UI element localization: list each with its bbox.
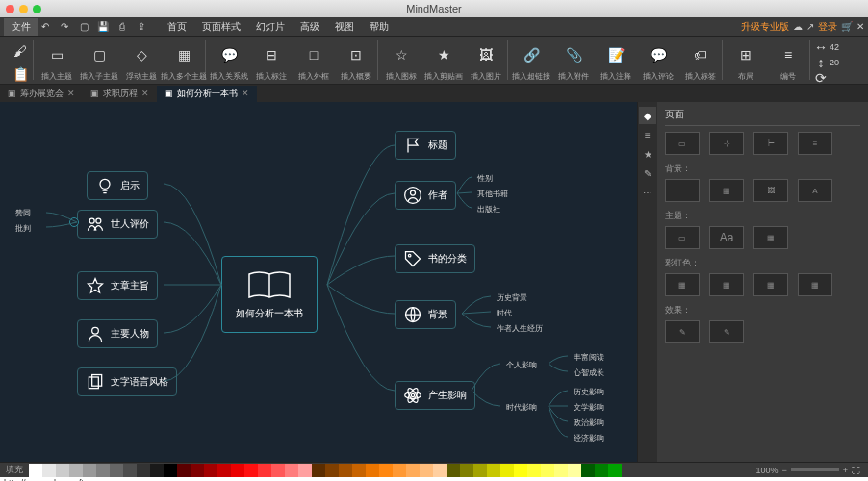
- color-swatch[interactable]: [433, 464, 447, 477]
- color-swatch[interactable]: [271, 464, 285, 477]
- node-impact[interactable]: 产生影响: [395, 381, 475, 410]
- color-swatch[interactable]: [137, 464, 150, 477]
- layout-thumb[interactable]: ⊢: [753, 132, 788, 155]
- color-swatch[interactable]: [339, 464, 352, 477]
- tab-close-icon[interactable]: ✕: [67, 89, 75, 98]
- menu-slides[interactable]: 幻灯片: [248, 18, 293, 36]
- color-swatch[interactable]: [527, 464, 541, 477]
- ribbon-button[interactable]: 📎: [561, 40, 586, 69]
- menu-advanced[interactable]: 高级: [293, 18, 327, 36]
- color-swatch[interactable]: [608, 464, 622, 477]
- subnode[interactable]: 心智成长: [568, 366, 610, 380]
- ribbon-button[interactable]: ⊟: [259, 40, 284, 69]
- node-inspiration[interactable]: 启示: [87, 171, 148, 200]
- ribbon-button[interactable]: ▦: [171, 40, 196, 69]
- paste-icon[interactable]: 📋: [10, 63, 31, 85]
- rainbow-thumb[interactable]: ▦: [798, 273, 832, 296]
- subnode[interactable]: 其他书籍: [472, 187, 514, 201]
- side-tab-clipart[interactable]: ✎: [639, 165, 656, 182]
- node-category[interactable]: 书的分类: [395, 244, 475, 273]
- node-author[interactable]: 作者: [395, 181, 456, 210]
- ribbon-button[interactable]: 🖼: [473, 40, 498, 69]
- side-tab-style[interactable]: ◆: [639, 107, 656, 124]
- subnode[interactable]: 历史影响: [568, 385, 610, 399]
- color-swatch[interactable]: [285, 464, 298, 477]
- color-swatch[interactable]: [83, 464, 96, 477]
- document-tab[interactable]: ▣如何分析一本书✕: [157, 86, 257, 102]
- ribbon-button[interactable]: ⊡: [344, 40, 369, 69]
- node-title[interactable]: 标题: [395, 131, 456, 160]
- color-swatch[interactable]: [460, 464, 473, 477]
- height-icon[interactable]: ↕: [814, 56, 828, 69]
- bg-thumb[interactable]: ▦: [709, 179, 744, 202]
- menu-help[interactable]: 帮助: [362, 18, 396, 36]
- color-swatch[interactable]: [69, 464, 83, 477]
- ribbon-button[interactable]: ☆: [389, 40, 414, 69]
- color-swatch[interactable]: [312, 464, 325, 477]
- format-painter-icon[interactable]: 🖌: [10, 40, 31, 62]
- theme-font[interactable]: Aa: [709, 226, 744, 249]
- close-window[interactable]: [6, 5, 14, 13]
- rainbow-thumb[interactable]: ▦: [753, 273, 788, 296]
- cloud-icon[interactable]: ☁: [793, 21, 803, 32]
- subnode[interactable]: 丰富阅读: [568, 350, 610, 365]
- menu-home[interactable]: 首页: [160, 18, 194, 36]
- color-swatch[interactable]: [56, 464, 69, 477]
- zoom-slider[interactable]: [791, 468, 839, 471]
- subnode[interactable]: 文学影响: [568, 400, 610, 415]
- color-swatch[interactable]: [217, 464, 231, 477]
- color-swatch[interactable]: [487, 464, 500, 477]
- ribbon-button[interactable]: 💬: [646, 40, 671, 69]
- ribbon-button[interactable]: ▢: [87, 40, 112, 69]
- layout-thumb[interactable]: ≡: [798, 132, 832, 155]
- ribbon-button[interactable]: □: [301, 40, 326, 69]
- theme-thumb[interactable]: ▭: [665, 226, 700, 249]
- color-swatch[interactable]: [581, 464, 595, 477]
- zoom-in[interactable]: +: [843, 466, 848, 475]
- effect-thumb[interactable]: ✎: [665, 320, 700, 343]
- color-swatch[interactable]: [164, 464, 177, 477]
- color-swatch[interactable]: [150, 464, 164, 477]
- color-swatch[interactable]: [123, 464, 137, 477]
- node-character[interactable]: 主要人物: [77, 319, 158, 348]
- ribbon-button[interactable]: ▭: [44, 40, 69, 69]
- color-swatch[interactable]: [420, 464, 433, 477]
- layout-thumb[interactable]: ▭: [665, 132, 700, 155]
- color-swatch[interactable]: [366, 464, 379, 477]
- subnode[interactable]: 出版社: [472, 202, 506, 216]
- color-swatch[interactable]: [231, 464, 244, 477]
- menu-file[interactable]: 文件: [4, 18, 38, 36]
- ribbon-button[interactable]: 🔗: [519, 40, 544, 69]
- canvas[interactable]: 如何分析一本书 启示 世人评价 文章主旨 主要人物 文字语言风格 赞同 批判 −…: [0, 102, 637, 462]
- bg-thumb[interactable]: [665, 179, 700, 202]
- subnode[interactable]: 个人影响: [500, 358, 543, 372]
- layout-thumb[interactable]: ⊹: [709, 132, 744, 155]
- upgrade-link[interactable]: 升级专业版: [741, 20, 789, 34]
- center-node[interactable]: 如何分析一本书: [221, 256, 318, 333]
- bg-thumb[interactable]: 🖼: [753, 179, 788, 202]
- ribbon-button[interactable]: 📝: [603, 40, 628, 69]
- node-background[interactable]: 背景: [395, 300, 456, 329]
- color-swatch[interactable]: [96, 464, 110, 477]
- ribbon-button[interactable]: ≡: [776, 40, 801, 69]
- ribbon-button[interactable]: ★: [431, 40, 456, 69]
- subnode-criticize[interactable]: 批判: [10, 221, 37, 236]
- collapse-toggle[interactable]: −: [69, 217, 79, 227]
- menu-view[interactable]: 视图: [327, 18, 362, 36]
- ribbon-button[interactable]: 💬: [217, 40, 242, 69]
- subnode-agree[interactable]: 赞同: [10, 206, 37, 220]
- color-swatch[interactable]: [406, 464, 420, 477]
- subnode[interactable]: 历史背景: [491, 291, 533, 305]
- undo-icon[interactable]: ↶: [38, 20, 52, 34]
- node-evaluation[interactable]: 世人评价: [77, 210, 158, 239]
- color-swatch[interactable]: [352, 464, 366, 477]
- subnode[interactable]: 时代: [491, 306, 518, 320]
- ribbon-button[interactable]: ⊞: [733, 40, 758, 69]
- node-language[interactable]: 文字语言风格: [77, 367, 177, 396]
- minimize-window[interactable]: [19, 5, 28, 13]
- color-swatch[interactable]: [393, 464, 406, 477]
- rainbow-thumb[interactable]: ▦: [709, 273, 744, 296]
- color-swatch[interactable]: [191, 464, 204, 477]
- color-swatch[interactable]: [29, 464, 42, 477]
- redo-icon[interactable]: ↷: [58, 20, 71, 34]
